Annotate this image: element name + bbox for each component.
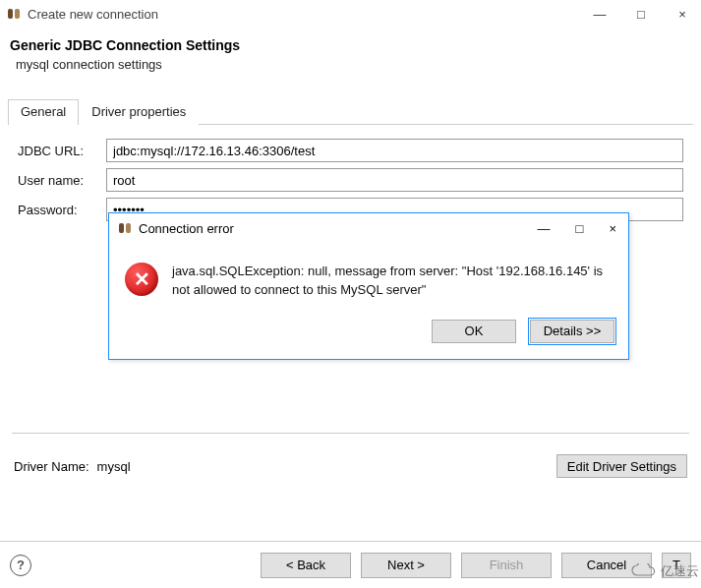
back-button[interactable]: < Back <box>261 553 351 578</box>
dialog-titlebar: Connection error — □ × <box>109 213 628 243</box>
username-input[interactable] <box>106 168 683 192</box>
svg-rect-3 <box>126 223 131 233</box>
finish-button: Finish <box>461 553 552 578</box>
error-dialog: Connection error — □ × ✕ java.sql.SQLExc… <box>108 212 629 360</box>
svg-rect-0 <box>8 9 13 19</box>
driver-row: Driver Name: mysql Edit Driver Settings <box>0 444 701 478</box>
page-subtitle: mysql connection settings <box>10 57 691 72</box>
dialog-title: Connection error <box>139 221 538 236</box>
svg-rect-2 <box>119 223 124 233</box>
tab-general[interactable]: General <box>8 99 79 125</box>
window-titlebar: Create new connection — □ × <box>0 0 701 28</box>
separator <box>12 433 689 434</box>
close-button[interactable]: × <box>675 7 689 22</box>
maximize-button[interactable]: □ <box>634 7 648 22</box>
password-label: Password: <box>18 203 106 217</box>
jdbc-url-input[interactable] <box>106 139 683 162</box>
error-icon: ✕ <box>125 263 158 296</box>
watermark: 亿速云 <box>631 562 699 580</box>
dialog-app-icon <box>117 220 133 236</box>
minimize-button[interactable]: — <box>593 7 607 22</box>
dialog-close-button[interactable]: × <box>609 221 616 236</box>
app-icon <box>6 6 22 22</box>
page-title: Generic JDBC Connection Settings <box>10 37 691 53</box>
window-title: Create new connection <box>28 7 593 22</box>
help-icon[interactable]: ? <box>10 555 31 576</box>
svg-rect-1 <box>15 9 20 19</box>
edit-driver-settings-button[interactable]: Edit Driver Settings <box>556 454 687 478</box>
header-section: Generic JDBC Connection Settings mysql c… <box>0 28 701 86</box>
jdbc-url-label: JDBC URL: <box>18 144 106 158</box>
details-button[interactable]: Details >> <box>530 320 614 343</box>
tab-driver-properties[interactable]: Driver properties <box>79 99 199 125</box>
tabs: General Driver properties <box>8 99 693 125</box>
username-label: User name: <box>18 173 106 188</box>
watermark-text: 亿速云 <box>661 562 699 580</box>
dialog-maximize-button[interactable]: □ <box>576 221 584 236</box>
wizard-bar: ? < Back Next > Finish Cancel T <box>0 541 701 588</box>
ok-button[interactable]: OK <box>432 320 516 343</box>
dialog-message: java.sql.SQLException: null, message fro… <box>172 263 605 300</box>
driver-name-label: Driver Name: <box>14 459 89 474</box>
next-button[interactable]: Next > <box>361 553 451 578</box>
dialog-minimize-button[interactable]: — <box>538 221 551 236</box>
driver-name-value: mysql <box>97 459 556 474</box>
